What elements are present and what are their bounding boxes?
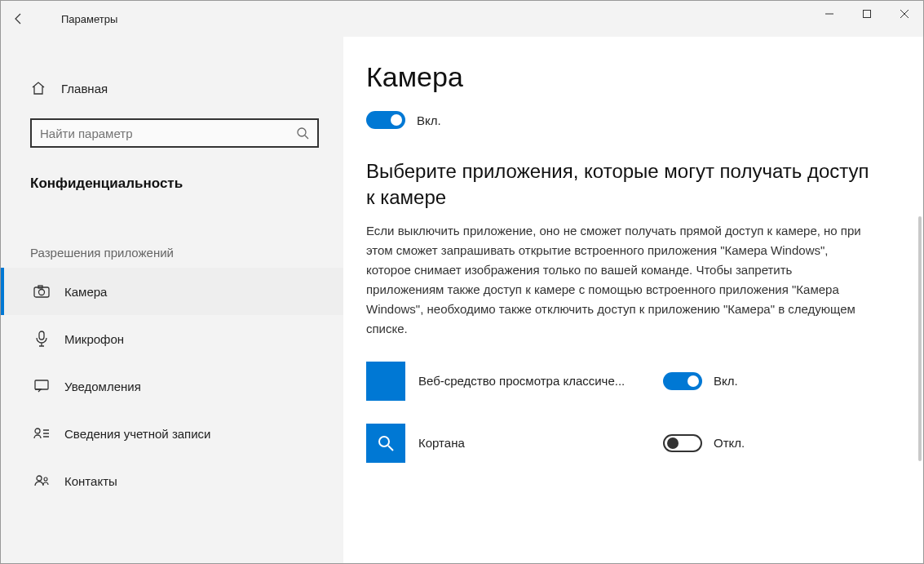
svg-rect-8 xyxy=(35,380,48,389)
svg-rect-1 xyxy=(864,11,871,18)
account-icon xyxy=(33,427,50,440)
app-name: Веб-средство просмотра классиче... xyxy=(418,374,663,388)
svg-point-2 xyxy=(298,128,306,136)
search-input[interactable] xyxy=(30,118,319,148)
app-icon xyxy=(366,362,405,401)
section-description: Если выключить приложение, оно не сможет… xyxy=(366,221,872,339)
sidebar-item-label: Контакты xyxy=(64,474,117,488)
sidebar-item-label: Камера xyxy=(64,285,107,299)
svg-rect-7 xyxy=(39,331,44,340)
svg-point-5 xyxy=(39,290,45,295)
sidebar-item-label: Микрофон xyxy=(64,332,124,346)
microphone-icon xyxy=(33,331,50,347)
app-toggle[interactable] xyxy=(663,434,702,452)
section-heading: Выберите приложения, которые могут получ… xyxy=(366,158,874,211)
camera-icon xyxy=(33,285,50,298)
svg-point-9 xyxy=(35,429,40,433)
svg-point-12 xyxy=(379,437,389,446)
main-panel: Камера Вкл. Выберите приложения, которые… xyxy=(343,37,923,563)
app-row-cortana: Кортана Откл. xyxy=(366,424,874,463)
settings-window: Параметры Главная xyxy=(0,0,924,564)
minimize-button[interactable] xyxy=(811,1,848,27)
sidebar-item-contacts[interactable]: Контакты xyxy=(1,457,343,504)
back-button[interactable] xyxy=(1,1,37,37)
sidebar-item-label: Сведения учетной записи xyxy=(64,427,211,441)
master-toggle-row: Вкл. xyxy=(366,111,874,129)
sidebar-item-microphone[interactable]: Микрофон xyxy=(1,315,343,362)
notifications-icon xyxy=(33,380,50,393)
window-title: Параметры xyxy=(61,13,117,25)
master-toggle-label: Вкл. xyxy=(417,113,441,127)
scrollbar[interactable] xyxy=(918,216,922,461)
sidebar-item-account-info[interactable]: Сведения учетной записи xyxy=(1,410,343,457)
app-toggle-label: Вкл. xyxy=(714,374,738,388)
sidebar: Главная Конфиденциальность Разрешения пр… xyxy=(1,37,343,563)
content-area: Главная Конфиденциальность Разрешения пр… xyxy=(1,37,923,563)
home-label: Главная xyxy=(61,82,108,95)
home-icon xyxy=(30,81,46,95)
search-icon xyxy=(296,127,309,140)
home-link[interactable]: Главная xyxy=(1,69,343,107)
close-button[interactable] xyxy=(886,1,923,27)
sidebar-item-camera[interactable]: Камера xyxy=(1,268,343,315)
app-icon xyxy=(366,424,405,463)
window-controls xyxy=(811,1,923,27)
svg-point-10 xyxy=(37,476,42,481)
maximize-button[interactable] xyxy=(848,1,886,27)
svg-line-3 xyxy=(305,135,308,139)
contacts-icon xyxy=(33,474,50,487)
sidebar-item-label: Уведомления xyxy=(64,380,141,393)
app-toggle[interactable] xyxy=(663,372,702,390)
page-title: Камера xyxy=(366,61,874,93)
titlebar: Параметры xyxy=(1,1,923,37)
svg-line-13 xyxy=(388,446,393,451)
svg-rect-4 xyxy=(34,287,49,297)
app-name: Кортана xyxy=(418,436,663,450)
category-title: Конфиденциальность xyxy=(1,148,343,192)
app-row-desktop-viewer: Веб-средство просмотра классиче... Вкл. xyxy=(366,362,874,401)
section-label: Разрешения приложений xyxy=(1,192,343,268)
sidebar-item-notifications[interactable]: Уведомления xyxy=(1,362,343,410)
master-toggle[interactable] xyxy=(366,111,405,129)
svg-point-11 xyxy=(44,477,47,481)
search-field[interactable] xyxy=(40,127,285,140)
app-toggle-label: Откл. xyxy=(714,436,745,450)
